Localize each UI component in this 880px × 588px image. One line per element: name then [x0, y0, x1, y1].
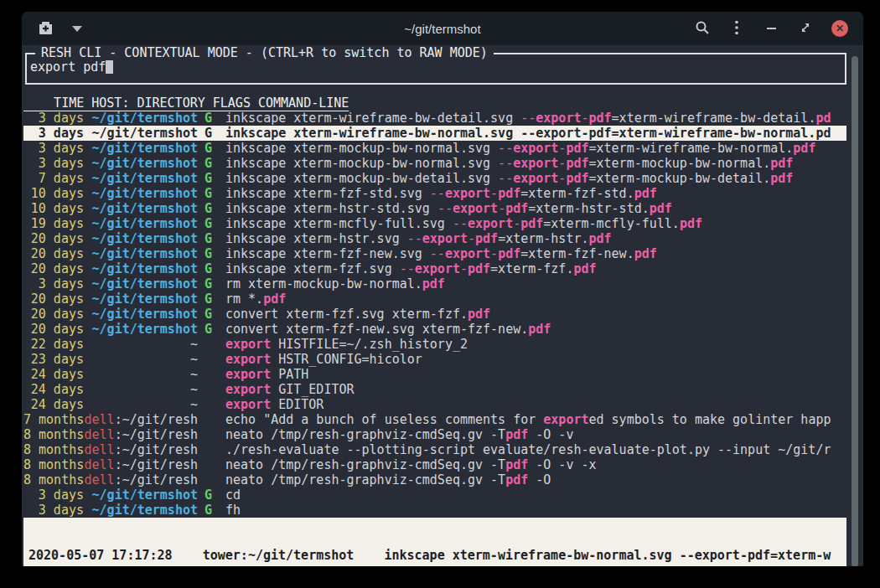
status-line-1: 2020-05-07 17:17:28tower:~/git/termshoti… [28, 548, 846, 563]
row-command: export PATH [225, 367, 846, 382]
row-flags [204, 337, 213, 352]
history-row[interactable]: 10 days~/git/termshotGinkscape xterm-hst… [23, 201, 846, 216]
text-segment: pdf [498, 186, 520, 201]
text-segment: pdf [520, 216, 543, 231]
history-row[interactable]: 23 days~export HSTR_CONFIG=hicolor [23, 352, 846, 367]
text-segment: ~/git/termshot [92, 503, 198, 518]
menu-button[interactable] [727, 18, 747, 39]
scrollbar-thumb[interactable] [852, 56, 858, 566]
row-command: inkscape xterm-fzf.svg --export-pdf=xter… [225, 261, 846, 276]
new-tab-icon [38, 21, 54, 37]
text-segment: -- [407, 231, 422, 246]
text-segment: ~ [190, 352, 198, 367]
text-segment: cd [225, 487, 241, 503]
row-flags [204, 472, 213, 487]
row-host-directory: ~/git/termshot [87, 126, 198, 141]
text-segment: pdf [634, 246, 657, 261]
history-row-selected[interactable]: 3 days~/git/termshotGinkscape xterm-wire… [23, 126, 846, 141]
text-segment: ~/git/termshot [92, 261, 198, 276]
history-row[interactable]: 3 days~/git/termshotGinkscape xterm-mock… [23, 141, 846, 156]
text-segment: fh [225, 503, 241, 518]
text-segment: -O [528, 472, 551, 487]
history-row[interactable]: 19 days~/git/termshotGinkscape xterm-mcf… [23, 216, 846, 231]
text-segment: pdf [650, 201, 672, 216]
history-row[interactable]: 24 days~export PATH [23, 367, 846, 382]
row-flags [204, 412, 213, 427]
row-flags: G [204, 322, 213, 337]
row-time: 10 days [23, 201, 84, 216]
row-flags: G [204, 231, 213, 246]
text-segment: GIT_EDITOR [271, 382, 354, 397]
selected-entry-details: 2020-05-07 17:17:28tower:~/git/termshoti… [23, 518, 846, 566]
history-row[interactable]: 3 days~/git/termshotGcd [23, 487, 846, 503]
minimize-button[interactable] [761, 18, 781, 39]
row-flags [204, 427, 213, 442]
row-host-directory: dell:~/git/resh [87, 427, 198, 442]
row-time: 10 days [23, 186, 84, 201]
text-cursor [106, 60, 113, 74]
row-time: 3 days [23, 111, 84, 126]
row-time: 24 days [23, 397, 84, 412]
close-icon: ✕ [831, 20, 848, 37]
chevron-down-icon [72, 26, 82, 32]
text-segment: inkscape xterm-mockup-bw-normal.svg [225, 141, 498, 156]
text-segment: - [498, 201, 505, 216]
text-segment: export [468, 216, 513, 231]
restore-button[interactable] [795, 18, 815, 39]
row-command: neato /tmp/resh-graphviz-cmdSeq.gv -Tpdf… [225, 457, 846, 472]
search-query: export pdf [30, 59, 106, 75]
search-button[interactable] [692, 18, 712, 39]
history-row[interactable]: 24 days~export GIT_EDITOR [23, 382, 846, 397]
history-row[interactable]: 20 days~/git/termshotGinkscape xterm-hst… [23, 231, 846, 246]
row-command: export GIT_EDITOR [225, 382, 846, 397]
row-flags: G [204, 111, 213, 126]
close-button[interactable]: ✕ [830, 18, 850, 39]
row-time: 24 days [23, 367, 84, 382]
row-flags [204, 397, 213, 412]
history-row[interactable]: 3 days~/git/termshotGinkscape xterm-mock… [23, 156, 846, 171]
row-command: convert xterm-fzf-new.svg xterm-fzf-new.… [225, 322, 846, 337]
row-time: 8 months [23, 442, 84, 457]
row-command: inkscape xterm-mcfly-full.svg --export-p… [225, 216, 846, 231]
row-command: rm *.pdf [225, 291, 846, 307]
new-tab-button[interactable] [35, 18, 55, 39]
text-segment: ~/git/termshot [92, 201, 198, 216]
history-row[interactable]: 7 days~/git/termshotGinkscape xterm-mock… [23, 171, 846, 186]
table-header-text: TIME HOST: DIRECTORY FLAGS COMMAND-LINE [23, 95, 349, 111]
text-segment: -- [498, 141, 513, 156]
history-row[interactable]: 3 days~/git/termshotGrm xterm-mockup-bw-… [23, 276, 846, 291]
text-segment: convert xterm-fzf.svg xterm-fzf. [225, 307, 468, 322]
row-host-directory: ~ [87, 397, 198, 412]
text-segment: export [445, 246, 490, 261]
search-box[interactable]: RESH CLI - CONTEXTUAL MODE - (CTRL+R to … [25, 53, 846, 85]
history-row[interactable]: 3 days~/git/termshotGinkscape xterm-wire… [23, 111, 846, 126]
row-host-directory: ~/git/termshot [87, 276, 198, 291]
text-segment: export [422, 231, 468, 246]
tab-list-dropdown-button[interactable] [67, 18, 87, 39]
history-row[interactable]: 20 days~/git/termshotGconvert xterm-fzf-… [23, 322, 846, 337]
text-segment: convert xterm-fzf-new.svg xterm-fzf-new. [225, 322, 528, 337]
history-row[interactable]: 8 monthsdell:~/git/resh./resh-evaluate -… [23, 442, 846, 457]
row-command: neato /tmp/resh-graphviz-cmdSeq.gv -Tpdf… [225, 472, 846, 487]
text-segment: =xterm-hstr. [498, 231, 588, 246]
history-row[interactable]: 22 days~export HISTFILE=~/.zsh_history_2 [23, 337, 846, 352]
row-host-directory: ~/git/termshot [87, 503, 198, 518]
history-row[interactable]: 20 days~/git/termshotGrm *.pdf [23, 291, 846, 307]
history-row[interactable]: 8 monthsdell:~/git/reshneato /tmp/resh-g… [23, 427, 846, 442]
history-row[interactable]: 3 days~/git/termshotGfh [23, 503, 846, 518]
text-segment: inkscape xterm-hstr.svg [225, 231, 407, 246]
history-row[interactable]: 8 monthsdell:~/git/reshneato /tmp/resh-g… [23, 472, 846, 487]
history-row[interactable]: 10 days~/git/termshotGinkscape xterm-fzf… [23, 186, 846, 201]
history-row[interactable]: 24 days~export EDITOR [23, 397, 846, 412]
history-row[interactable]: 20 days~/git/termshotGinkscape xterm-fzf… [23, 261, 846, 276]
history-row[interactable]: 7 monthsdell:~/git/reshecho "Add a bunch… [23, 412, 846, 427]
text-segment: ~ [190, 382, 198, 397]
row-host-directory: ~/git/termshot [87, 216, 198, 231]
row-flags: G [204, 186, 213, 201]
history-row[interactable]: 8 monthsdell:~/git/reshneato /tmp/resh-g… [23, 457, 846, 472]
history-row[interactable]: 20 days~/git/termshotGinkscape xterm-fzf… [23, 246, 846, 261]
text-segment: ~/git/termshot [92, 186, 198, 201]
row-flags: G [204, 171, 213, 186]
text-segment: export [445, 186, 490, 201]
history-row[interactable]: 20 days~/git/termshotGconvert xterm-fzf.… [23, 307, 846, 322]
